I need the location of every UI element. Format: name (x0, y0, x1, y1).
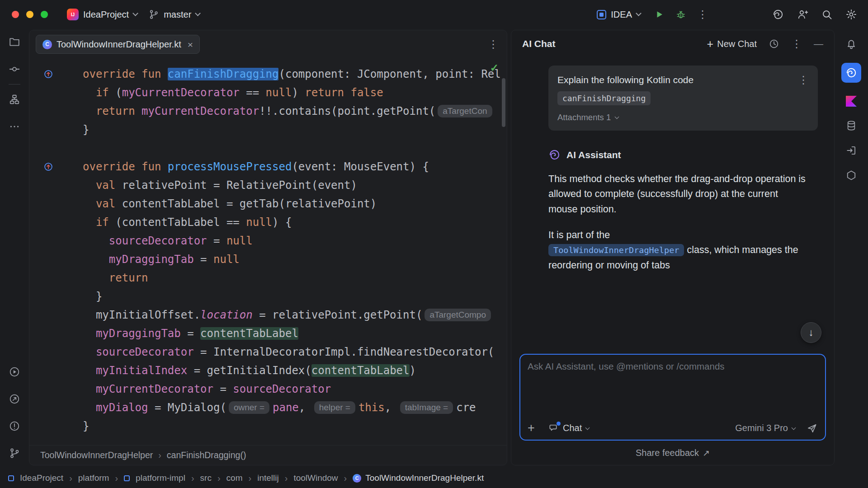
attach-file-button[interactable]: + (528, 422, 541, 434)
code-text[interactable]: myInitialOffset.location = relativePoint… (83, 309, 507, 321)
sign-in-icon[interactable] (845, 145, 857, 156)
code-line[interactable]: override fun processMousePressed(event: … (29, 157, 507, 176)
settings-icon[interactable] (845, 9, 857, 20)
editor-scrollbar[interactable] (502, 78, 505, 127)
status-crumb[interactable]: src (200, 473, 212, 483)
version-control-tool-icon[interactable] (9, 447, 20, 459)
editor-tab[interactable]: C ToolWindowInnerDragHelper.kt × (36, 35, 200, 54)
model-selector[interactable]: Gemini 3 Pro (735, 423, 795, 433)
code-line[interactable]: if (myCurrentDecorator == null) return f… (29, 83, 507, 102)
code-text[interactable]: myDialog = MyDialog(owner =pane, helper … (83, 401, 507, 414)
problems-tool-icon[interactable] (9, 420, 20, 432)
code-line[interactable] (29, 139, 507, 157)
kotlin-icon[interactable] (846, 96, 857, 107)
override-gutter-icon[interactable] (44, 70, 53, 79)
code-text[interactable]: val relativePoint = RelativePoint(event) (83, 179, 507, 192)
code-line[interactable]: val relativePoint = RelativePoint(event) (29, 176, 507, 194)
code-line[interactable]: } (29, 120, 507, 139)
code-with-me-icon[interactable] (797, 9, 808, 20)
code-line[interactable]: val contentTabLabel = getTab(relativePoi… (29, 194, 507, 213)
status-crumb[interactable]: intellij (257, 473, 279, 483)
send-button[interactable] (806, 422, 818, 434)
close-window-button[interactable] (12, 11, 19, 18)
ai-assistant-icon[interactable] (772, 9, 784, 20)
ai-chat-options-icon[interactable]: ⋮ (791, 38, 802, 49)
code-line[interactable]: sourceDecorator = InternalDecoratorImpl.… (29, 343, 507, 361)
debug-button[interactable] (672, 6, 689, 23)
run-configuration-selector[interactable]: IDEA (591, 6, 646, 23)
more-actions-button[interactable]: ⋮ (694, 6, 711, 23)
code-line[interactable]: sourceDecorator = null (29, 231, 507, 250)
project-selector[interactable]: IJ IdeaProject (61, 5, 143, 23)
code-editor[interactable]: ✓ override fun canFinishDragging(compone… (29, 58, 507, 445)
code-text[interactable]: sourceDecorator = InternalDecoratorImpl.… (83, 346, 507, 358)
chat-mode-selector[interactable]: Chat (548, 423, 589, 433)
status-file-crumb[interactable]: C ToolWindowInnerDragHelper.kt (353, 473, 484, 483)
code-line[interactable]: } (29, 417, 507, 435)
new-chat-button[interactable]: + New Chat (707, 38, 757, 50)
code-text[interactable]: myInitialIndex = getInitialIndex(content… (83, 364, 507, 377)
code-text[interactable]: if (contentTabLabel == null) { (83, 216, 507, 229)
code-line[interactable]: myInitialOffset.location = relativePoint… (29, 305, 507, 324)
run-tool-icon[interactable] (9, 366, 20, 378)
database-tool-icon[interactable] (845, 120, 857, 131)
minimize-panel-icon[interactable]: — (814, 38, 823, 49)
override-gutter-icon[interactable] (44, 162, 53, 171)
code-text[interactable]: } (83, 290, 507, 303)
status-crumb[interactable]: toolWindow (293, 473, 338, 483)
code-text[interactable]: override fun processMousePressed(event: … (83, 160, 507, 173)
chat-history-icon[interactable] (769, 38, 779, 49)
breadcrumb-method[interactable]: canFinishDragging() (167, 450, 246, 460)
share-feedback-link[interactable]: Share feedback ↗ (511, 441, 834, 465)
code-line[interactable]: if (contentTabLabel == null) { (29, 213, 507, 231)
code-text[interactable]: myDraggingTab = null (83, 253, 507, 266)
code-line[interactable]: return (29, 268, 507, 287)
inspections-ok-icon[interactable]: ✓ (490, 62, 499, 74)
zoom-window-button[interactable] (41, 11, 48, 18)
code-text[interactable]: sourceDecorator = null (83, 235, 507, 247)
code-line[interactable]: myCurrentDecorator = sourceDecorator (29, 380, 507, 398)
code-text[interactable]: } (83, 420, 507, 432)
code-text[interactable]: val contentTabLabel = getTab(relativePoi… (83, 197, 507, 210)
code-text[interactable]: if (myCurrentDecorator == null) return f… (83, 86, 507, 99)
structure-tool-icon[interactable] (9, 94, 20, 105)
status-crumb[interactable]: platform (78, 473, 109, 483)
editor-options-icon[interactable]: ⋮ (488, 39, 499, 50)
scroll-to-bottom-button[interactable]: ↓ (801, 322, 821, 343)
dependencies-tool-icon[interactable] (845, 169, 857, 181)
code-line[interactable]: } (29, 287, 507, 305)
commit-tool-icon[interactable] (9, 63, 20, 75)
attachments-toggle[interactable]: Attachments 1 (557, 113, 809, 122)
close-tab-icon[interactable]: × (188, 40, 193, 49)
code-text[interactable]: myCurrentDecorator = sourceDecorator (83, 383, 507, 395)
code-line[interactable]: myDialog = MyDialog(owner =pane, helper … (29, 398, 507, 417)
status-crumb[interactable]: com (226, 473, 243, 483)
more-tool-windows-icon[interactable] (9, 121, 20, 132)
breadcrumb-class[interactable]: ToolWindowInnerDragHelper (40, 450, 153, 460)
status-crumb[interactable]: IdeaProject (20, 473, 63, 483)
code-line[interactable]: myInitialIndex = getInitialIndex(content… (29, 361, 507, 380)
profiler-tool-icon[interactable] (9, 393, 20, 405)
chat-input-box[interactable]: + Chat Gemini 3 Pro (519, 354, 826, 441)
notifications-icon[interactable] (845, 38, 857, 50)
code-text[interactable]: return myCurrentDecorator!!.contains(poi… (83, 105, 507, 117)
code-text[interactable]: } (83, 123, 507, 136)
minimize-window-button[interactable] (26, 11, 33, 18)
message-options-icon[interactable]: ⋮ (798, 75, 809, 85)
code-reference-chip[interactable]: canFinishDragging (557, 91, 651, 105)
code-line[interactable]: override fun canFinishDragging(component… (29, 65, 507, 83)
search-everywhere-icon[interactable] (821, 9, 833, 20)
status-crumb[interactable]: platform-impl (136, 473, 185, 483)
ai-chat-tool-icon[interactable] (841, 63, 861, 83)
code-text[interactable]: return (83, 272, 507, 284)
ai-chat-messages[interactable]: Explain the following Kotlin code ⋮ canF… (511, 57, 834, 354)
branch-selector[interactable]: master (143, 6, 205, 23)
class-reference-chip[interactable]: ToolWindowInnerDragHelper (548, 244, 684, 256)
project-tool-icon[interactable] (9, 36, 20, 48)
code-text[interactable]: myDraggingTab = contentTabLabel (83, 327, 507, 340)
code-line[interactable]: return myCurrentDecorator!!.contains(poi… (29, 102, 507, 120)
run-button[interactable] (651, 6, 668, 23)
chat-input[interactable] (528, 361, 818, 422)
code-line[interactable]: myDraggingTab = contentTabLabel (29, 324, 507, 343)
code-text[interactable]: override fun canFinishDragging(component… (83, 68, 507, 80)
